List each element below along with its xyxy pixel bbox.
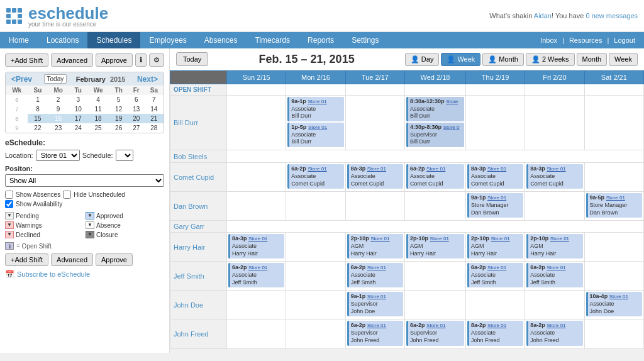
- info-button[interactable]: ℹ: [135, 53, 147, 67]
- shift-store-link[interactable]: Store 01: [609, 294, 628, 299]
- position-select[interactable]: Show All: [5, 174, 164, 187]
- shift-store-link[interactable]: Store 01: [550, 236, 569, 242]
- shift-block[interactable]: 8a-2p Store 01 Associate John Freed: [526, 321, 582, 345]
- username-link[interactable]: Aidan: [534, 12, 552, 19]
- shift-block[interactable]: 8a-3p Store 01 Associate Comet Cupid: [467, 164, 523, 189]
- nav-reports[interactable]: Reports: [299, 32, 343, 48]
- nav-logout[interactable]: Logout: [614, 36, 635, 44]
- shift-store-link[interactable]: Store 01: [491, 236, 509, 242]
- cal-day[interactable]: 17: [69, 114, 87, 123]
- cal-day[interactable]: 15: [28, 114, 47, 123]
- nav-schedules[interactable]: Schedules: [87, 32, 140, 48]
- shift-block[interactable]: 6a-2p Store 01 Associate Comet Cupid: [406, 164, 464, 189]
- cal-day[interactable]: 1: [28, 95, 47, 104]
- shift-block[interactable]: 8a-3p Store 01 Associate Comet Cupid: [347, 164, 403, 189]
- advanced-button-2[interactable]: Advanced: [51, 253, 93, 266]
- add-shift-button-2[interactable]: +Add Shift: [5, 253, 48, 266]
- shift-store-link[interactable]: Store: [446, 99, 458, 104]
- shift-store-link[interactable]: Store 01: [487, 265, 506, 270]
- advanced-button[interactable]: Advanced: [51, 53, 93, 67]
- shift-store-link[interactable]: Store 01: [367, 323, 386, 328]
- shift-block[interactable]: 2p-10p Store 01 AGM Harry Hair: [526, 234, 582, 258]
- nav-resources[interactable]: Resources: [569, 36, 602, 44]
- gary-garr-name[interactable]: Gary Garr: [170, 221, 227, 233]
- cal-day[interactable]: 19: [109, 114, 128, 123]
- cal-day[interactable]: 8: [28, 104, 47, 114]
- show-availability-checkbox[interactable]: [5, 200, 13, 208]
- jeff-smith-name[interactable]: Jeff Smith: [170, 262, 227, 291]
- shift-block[interactable]: 1p-5p Store 01 Associate Bill Durr: [287, 123, 343, 147]
- subscribe-link[interactable]: 📅 Subscribe to eSchedule: [5, 270, 164, 279]
- shift-store-link[interactable]: Store 01: [487, 323, 506, 328]
- shift-block[interactable]: 4:30p-8:30p Store 0 Supervisor Bill Durr: [406, 123, 464, 147]
- nav-settings[interactable]: Settings: [343, 32, 387, 48]
- location-select[interactable]: Store 01: [36, 150, 80, 161]
- next-month-btn[interactable]: Next>: [135, 75, 160, 84]
- cal-day[interactable]: 4: [87, 95, 109, 104]
- shift-store-link[interactable]: Store 01: [367, 166, 386, 172]
- show-absences-checkbox[interactable]: [5, 191, 13, 199]
- schedule-select[interactable]: [116, 150, 133, 161]
- cal-day[interactable]: 21: [145, 114, 164, 123]
- cal-day[interactable]: 6: [128, 95, 145, 104]
- month-plain-btn[interactable]: Month: [577, 53, 608, 66]
- nav-employees[interactable]: Employees: [140, 32, 195, 48]
- cal-day[interactable]: 5: [109, 95, 128, 104]
- john-doe-name[interactable]: John Doe: [170, 291, 227, 319]
- cal-day[interactable]: 25: [87, 123, 109, 133]
- settings-button[interactable]: ⚙: [149, 53, 164, 67]
- mini-cal-today-btn[interactable]: Today: [44, 74, 67, 84]
- shift-store-link[interactable]: Store 01: [547, 323, 565, 328]
- shift-block[interactable]: 6a-2p Store 01 Associate Jeff Smith: [228, 263, 284, 287]
- shift-block[interactable]: 2p-10p Store 01 AGM Harry Hair: [406, 234, 464, 258]
- approve-button-2[interactable]: Approve: [96, 253, 133, 266]
- two-weeks-view-btn[interactable]: 👤 2 Weeks: [526, 53, 575, 66]
- cal-day[interactable]: 28: [145, 123, 164, 133]
- shift-block[interactable]: 8a-3p Store 01 Associate Comet Cupid: [526, 164, 582, 189]
- add-shift-button[interactable]: +Add Shift: [5, 53, 48, 67]
- shift-store-link[interactable]: Store 01: [308, 99, 326, 104]
- comet-cupid-name[interactable]: Comet Cupid: [170, 163, 227, 192]
- nav-absences[interactable]: Absences: [196, 32, 247, 48]
- shift-block[interactable]: 8a-2p Store 01 Associate John Freed: [467, 321, 523, 345]
- shift-block[interactable]: 2p-10p Store 01 AGM Harry Hair: [347, 234, 403, 258]
- shift-store-link[interactable]: Store 01: [487, 195, 506, 201]
- shift-store-link[interactable]: Store 01: [426, 323, 445, 328]
- shift-store-link[interactable]: Store 01: [606, 195, 625, 201]
- shift-block[interactable]: 6a-2p Store 01 Associate Jeff Smith: [526, 263, 582, 287]
- bob-steels-name[interactable]: Bob Steels: [170, 150, 227, 163]
- shift-store-link[interactable]: Store 01: [248, 236, 267, 242]
- shift-block[interactable]: 9a-1p Store 01 Supervisor John Doe: [347, 292, 403, 316]
- harry-hair-name[interactable]: Harry Hair: [170, 233, 227, 262]
- shift-store-link[interactable]: Store 01: [308, 125, 327, 130]
- cal-day[interactable]: 9: [48, 104, 69, 114]
- week-view-btn[interactable]: 👤 Week: [441, 53, 480, 66]
- shift-store-link[interactable]: Store 01: [430, 236, 449, 242]
- shift-block[interactable]: 8:30a-12:30p Store Associate Bill Durr: [406, 97, 464, 121]
- shift-store-link[interactable]: Store 01: [248, 265, 267, 270]
- cal-day[interactable]: 2: [48, 95, 69, 104]
- shift-store-link[interactable]: Store 01: [547, 265, 565, 270]
- today-button[interactable]: Today: [176, 52, 208, 66]
- shift-block[interactable]: 6a-2p Store 01 Associate Jeff Smith: [347, 263, 403, 287]
- cal-day[interactable]: 27: [128, 123, 145, 133]
- cal-day[interactable]: 18: [87, 114, 109, 123]
- cal-day[interactable]: 26: [109, 123, 128, 133]
- hide-unscheduled-checkbox[interactable]: [63, 191, 71, 199]
- week-plain-btn[interactable]: Week: [609, 53, 638, 66]
- open-shift-name[interactable]: OPEN SHIFT: [170, 84, 227, 96]
- cal-day-today[interactable]: 16: [48, 114, 69, 123]
- shift-store-link[interactable]: Store 01: [547, 166, 565, 172]
- shift-block[interactable]: 6a-2p Store 01 Supervisor John Freed: [406, 321, 464, 345]
- shift-store-link[interactable]: Store 01: [308, 166, 326, 172]
- john-freed-name[interactable]: John Freed: [170, 319, 227, 348]
- cal-day[interactable]: 20: [128, 114, 145, 123]
- cal-day[interactable]: 22: [28, 123, 47, 133]
- cal-day[interactable]: 12: [109, 104, 128, 114]
- shift-block[interactable]: 9a-5p Store 01 Store Manager Dan Brown: [586, 193, 642, 218]
- shift-block[interactable]: 10a-4p Store 01 Associate John Doe: [586, 292, 642, 316]
- shift-store-link[interactable]: Store 01: [367, 294, 386, 299]
- shift-block[interactable]: 6a-2p Store 01 Associate Comet Cupid: [287, 164, 343, 189]
- dan-brown-name[interactable]: Dan Brown: [170, 192, 227, 221]
- shift-block[interactable]: 6a-2p Store 01 Associate Jeff Smith: [467, 263, 523, 287]
